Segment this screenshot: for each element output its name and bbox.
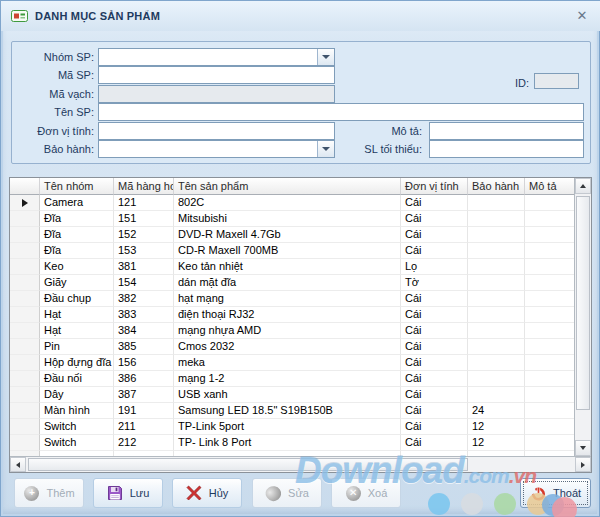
exit-button-label: Thoát xyxy=(553,487,581,499)
title-bar: DANH MỤC SẢN PHẨM ✕ xyxy=(1,1,600,31)
table-cell: Cái xyxy=(401,339,468,355)
add-button-label: Thêm xyxy=(46,487,74,499)
ten-sp-input[interactable] xyxy=(98,103,584,121)
ma-sp-input[interactable] xyxy=(98,66,335,84)
mo-ta-input[interactable] xyxy=(429,122,584,140)
vertical-scroll-thumb[interactable] xyxy=(576,196,590,410)
edit-button-label: Sửa xyxy=(288,487,309,499)
table-row[interactable]: Dây387USB xanhCái xyxy=(10,387,574,403)
close-icon[interactable]: ✕ xyxy=(573,7,591,25)
row-selector[interactable] xyxy=(10,339,40,355)
table-cell xyxy=(525,243,574,259)
column-header[interactable]: Bảo hành xyxy=(468,178,525,195)
id-label: ID: xyxy=(474,74,529,92)
table-row[interactable]: Đĩa151MitsubishiCái xyxy=(10,211,574,227)
table-cell: Camera xyxy=(40,195,114,211)
row-selector[interactable] xyxy=(10,355,40,371)
chevron-down-icon[interactable] xyxy=(317,141,334,157)
edit-icon xyxy=(265,485,282,502)
row-selector-header xyxy=(10,178,40,195)
window-title: DANH MỤC SẢN PHẨM xyxy=(35,10,160,22)
table-row[interactable]: Pin385Cmos 2032Cái xyxy=(10,339,574,355)
table-cell xyxy=(468,227,525,243)
nhom-sp-combobox[interactable] xyxy=(98,48,335,66)
x-circle-icon: ✕ xyxy=(345,485,362,502)
scroll-left-icon[interactable] xyxy=(10,457,26,472)
column-header[interactable]: Tên sản phẩm xyxy=(174,178,401,195)
row-selector[interactable] xyxy=(10,243,40,259)
row-selector[interactable] xyxy=(10,435,40,451)
table-cell: Hạt xyxy=(40,323,114,339)
scroll-down-icon[interactable] xyxy=(575,440,591,456)
chevron-down-icon[interactable] xyxy=(317,49,334,65)
table-cell: Cái xyxy=(401,323,468,339)
table-cell: mạng nhựa AMD xyxy=(174,323,401,339)
row-selector[interactable] xyxy=(10,403,40,419)
table-cell: 153 xyxy=(114,243,174,259)
row-selector[interactable] xyxy=(10,387,40,403)
table-row[interactable]: Keo381Keo tản nhiệtLọ xyxy=(10,259,574,275)
column-header[interactable]: Mô tả xyxy=(525,178,574,195)
row-selector[interactable] xyxy=(10,371,40,387)
table-row[interactable]: Giãy154dán mặt đĩaTờ xyxy=(10,275,574,291)
table-row[interactable]: Đĩa152DVD-R Maxell 4.7GbCái xyxy=(10,227,574,243)
scroll-right-icon[interactable] xyxy=(575,457,591,472)
delete-button-label: Xoá xyxy=(368,487,388,499)
row-selector[interactable] xyxy=(10,291,40,307)
row-selector[interactable] xyxy=(10,275,40,291)
table-cell xyxy=(525,307,574,323)
table-cell: 191 xyxy=(114,403,174,419)
sl-toi-thieu-input[interactable] xyxy=(429,140,584,158)
table-row[interactable]: Switch211TP-Link 5portCái12 xyxy=(10,419,574,435)
table-cell: Cái xyxy=(401,227,468,243)
table-row[interactable]: Hộp đựng đĩa156mekaCái xyxy=(10,355,574,371)
floppy-disk-icon xyxy=(107,485,124,502)
table-cell: Giãy xyxy=(40,275,114,291)
table-row[interactable]: Camera121802CCái xyxy=(10,195,574,211)
don-vi-tinh-input[interactable] xyxy=(98,122,335,140)
row-selector[interactable] xyxy=(10,227,40,243)
table-cell xyxy=(525,291,574,307)
watermark-dot xyxy=(461,493,483,515)
table-cell xyxy=(468,195,525,211)
table-cell: 802C xyxy=(174,195,401,211)
table-row[interactable]: Đĩa153CD-R Maxell 700MBCái xyxy=(10,243,574,259)
table-cell: Cái xyxy=(401,211,468,227)
column-header[interactable]: Mã hàng hoá xyxy=(114,178,174,195)
don-vi-tinh-label: Đơn vị tính: xyxy=(14,122,94,140)
table-cell: Đĩa xyxy=(40,243,114,259)
save-button[interactable]: Lưu xyxy=(93,478,163,508)
table-row[interactable]: Hạt384mạng nhựa AMDCái xyxy=(10,323,574,339)
ma-sp-label: Mã SP: xyxy=(14,66,94,84)
table-row[interactable]: Đầu chụp382hạt mạngCái xyxy=(10,291,574,307)
row-selector[interactable] xyxy=(10,307,40,323)
ma-vach-label: Mã vạch: xyxy=(14,85,94,103)
horizontal-scrollbar[interactable] xyxy=(10,456,591,472)
table-cell: Keo xyxy=(40,259,114,275)
table-cell: 121 xyxy=(114,195,174,211)
scroll-up-icon[interactable] xyxy=(575,178,591,194)
column-header[interactable]: Tên nhóm xyxy=(40,178,114,195)
bao-hanh-combobox[interactable] xyxy=(98,140,335,158)
vertical-scrollbar[interactable] xyxy=(574,178,591,456)
cancel-button[interactable]: Hủy xyxy=(172,478,242,508)
row-selector[interactable] xyxy=(10,323,40,339)
table-cell: Cmos 2032 xyxy=(174,339,401,355)
table-cell: Hạt xyxy=(40,307,114,323)
row-selector[interactable] xyxy=(10,419,40,435)
table-cell: Cái xyxy=(401,243,468,259)
table-cell: 382 xyxy=(114,291,174,307)
exit-button[interactable]: Thoát xyxy=(520,478,591,508)
table-row[interactable]: Hạt383điện thoại RJ32Cái xyxy=(10,307,574,323)
column-header[interactable]: Đơn vị tính xyxy=(401,178,468,195)
horizontal-scroll-thumb[interactable] xyxy=(28,458,468,471)
watermark-dot xyxy=(428,493,450,515)
table-row[interactable]: Đầu nối386mạng 1-2Cái xyxy=(10,371,574,387)
row-selector[interactable] xyxy=(10,195,40,211)
table-row[interactable]: Màn hình191Samsung LED 18.5" S19B150BCái… xyxy=(10,403,574,419)
row-selector[interactable] xyxy=(10,211,40,227)
row-selector[interactable] xyxy=(10,259,40,275)
table-row[interactable]: Switch212TP- Link 8 PortCái12 xyxy=(10,435,574,451)
table-cell: Cái xyxy=(401,371,468,387)
table-cell xyxy=(468,307,525,323)
